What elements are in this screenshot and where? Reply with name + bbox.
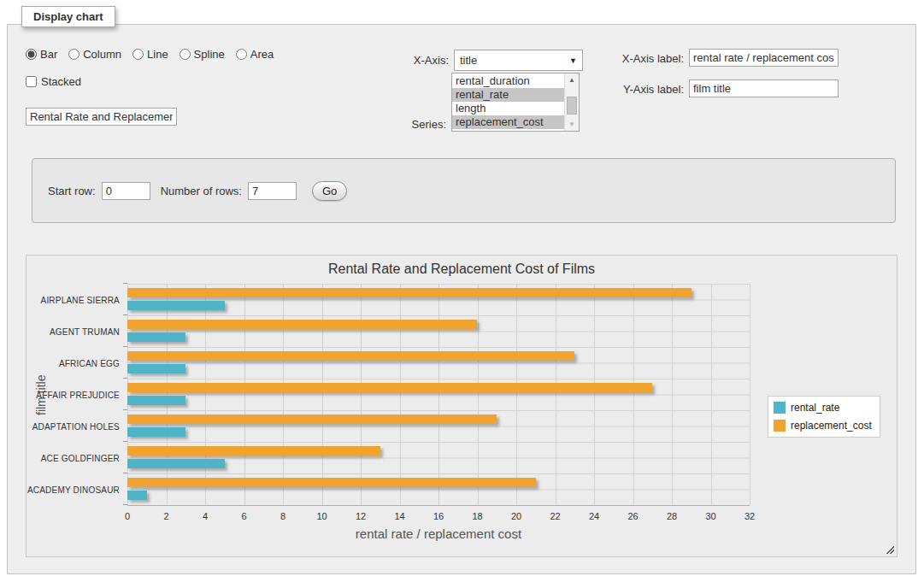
num-rows-label: Number of rows: [161,185,242,197]
x-axis-select-label: X-Axis: [368,54,449,67]
x-tick-labels: 02468101214161820222426283032 [127,511,750,523]
x-axis-label-input[interactable] [689,49,839,67]
x-tick-label: 20 [511,511,521,521]
series-scrollbar[interactable]: ▲ ▼ [564,73,579,131]
radio-label: Column [83,48,121,61]
x-tick-label: 18 [472,511,482,521]
category-band: AIRPLANE SIERRA [127,284,750,315]
radio-label: Area [250,48,274,61]
bar-rental_rate [127,427,185,437]
y-axis-label-input[interactable] [689,79,839,97]
chart-type-option-area[interactable]: Area [236,48,274,61]
series-option-replacement_cost[interactable]: replacement_cost [452,115,564,129]
series-list-rows: rental_durationrental_ratelengthreplacem… [452,74,564,129]
radio-label: Spline [194,48,225,61]
x-tick-label: 24 [589,511,599,521]
radio-area[interactable] [236,49,247,60]
radio-label: Line [147,48,168,61]
legend-item-rental_rate[interactable]: rental_rate [774,402,872,414]
series-option-rental_duration[interactable]: rental_duration [452,74,564,88]
chart-type-option-column[interactable]: Column [68,48,121,61]
legend-swatch-icon [774,402,786,414]
category-label: ADAPTATION HOLES [32,421,120,431]
category-band: AFFAIR PREJUDICE [127,379,750,410]
bar-rental_rate [127,396,185,405]
num-rows-input[interactable] [248,182,297,200]
category-band: ACE GOLDFINGER [127,442,750,473]
series-option-length[interactable]: length [452,102,564,115]
scrollbar-thumb[interactable] [567,97,577,115]
x-tick-label: 10 [316,511,327,521]
x-axis-selected-value: title [460,54,477,67]
legend-item-replacement_cost[interactable]: replacement_cost [774,420,872,432]
chart-type-option-line[interactable]: Line [132,48,168,61]
legend-label: rental_rate [791,402,839,414]
bar-replacement_cost [127,351,574,361]
bar-rental_rate [127,459,225,468]
chart-title-input[interactable] [26,108,177,126]
chart-title: Rental Rate and Replacement Cost of Film… [26,262,897,277]
x-tick-label: 4 [203,511,208,521]
x-tick-label: 6 [241,511,246,521]
go-button[interactable]: Go [312,181,347,201]
x-tick-label: 26 [627,511,638,521]
x-tick-label: 16 [433,511,444,521]
resize-handle-icon[interactable] [885,544,894,554]
bar-rental_rate [127,332,185,342]
x-tick-label: 12 [356,511,366,521]
pagination-box: Start row: Number of rows: Go [32,158,896,223]
series-option-rental_rate[interactable]: rental_rate [452,88,564,102]
legend-label: replacement_cost [791,420,872,432]
x-tick-label: 8 [280,511,285,521]
x-tick-label: 14 [394,511,404,521]
bar-replacement_cost [127,288,692,297]
start-row-label: Start row: [48,185,96,197]
radio-line[interactable] [132,49,144,60]
series-listbox[interactable]: rental_durationrental_ratelengthreplacem… [451,73,580,132]
stacked-option[interactable]: Stacked [26,75,81,88]
bar-rental_rate [127,491,147,500]
bar-replacement_cost [127,320,477,329]
bar-replacement_cost [127,383,652,392]
plot-area: AIRPLANE SIERRAAGENT TRUMANAFRICAN EGGAF… [127,284,750,506]
category-label: AFRICAN EGG [59,358,120,367]
radio-column[interactable] [68,49,79,60]
x-tick-label: 28 [667,511,677,521]
category-label: ACE GOLDFINGER [41,453,120,462]
bar-rental_rate [127,301,225,310]
x-tick-label: 32 [744,511,755,521]
category-band: AFRICAN EGG [127,347,750,379]
x-tick-label: 2 [163,511,168,521]
x-tick-label: 0 [125,511,130,521]
category-band: ADAPTATION HOLES [127,410,750,442]
caret-down-icon: ▼ [569,56,577,65]
stacked-label: Stacked [41,75,81,88]
radio-spline[interactable] [180,49,191,60]
page: Display chart BarColumnLineSplineArea St… [0,0,924,582]
bar-replacement_cost [127,446,380,456]
x-tick-label: 22 [550,511,560,521]
chart-type-option-spline[interactable]: Spline [180,48,225,61]
scroll-down-icon[interactable]: ▼ [565,118,579,131]
y-axis-label-label: Y-Axis label: [590,83,684,96]
category-label: ACADEMY DINOSAUR [27,485,120,494]
chart-type-option-bar[interactable]: Bar [26,48,57,61]
stacked-checkbox[interactable] [26,76,37,87]
bar-replacement_cost [127,478,536,487]
category-label: AFFAIR PREJUDICE [36,390,120,399]
scroll-up-icon[interactable]: ▲ [565,73,579,86]
chart-legend: rental_ratereplacement_cost [768,396,880,438]
category-label: AGENT TRUMAN [50,326,120,336]
panel-title: Display chart [21,6,115,27]
radio-label: Bar [40,48,57,61]
category-label: AIRPLANE SIERRA [41,295,120,304]
legend-swatch-icon [774,420,786,432]
x-axis-label-label: X-Axis label: [590,52,684,65]
x-axis-title: rental rate / replacement cost [127,526,750,541]
start-row-input[interactable] [102,182,150,200]
chart-container: Rental Rate and Replacement Cost of Film… [26,255,898,557]
bar-rental_rate [127,364,185,373]
x-axis-select[interactable]: title ▼ [454,50,583,71]
chart-type-radios: BarColumnLineSplineArea [26,48,274,61]
radio-bar[interactable] [26,49,37,60]
